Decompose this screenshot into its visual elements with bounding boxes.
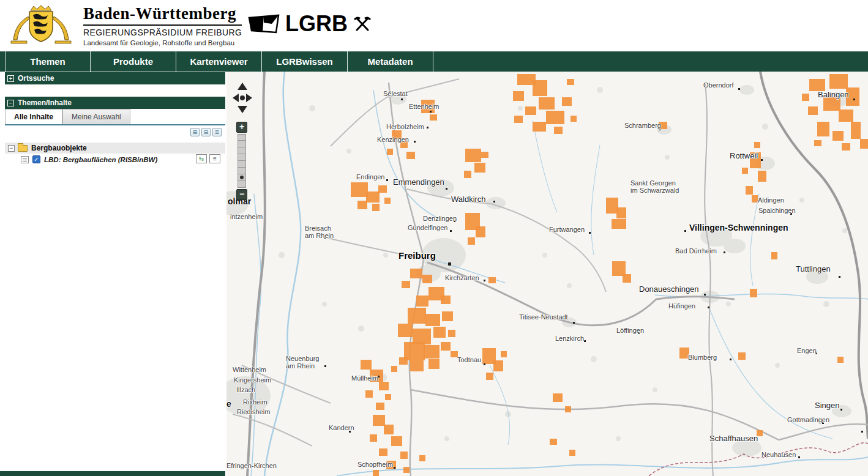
zoom-level-1[interactable]	[238, 141, 246, 147]
tree-tool-collapse-icon[interactable]: ⊟	[201, 128, 211, 136]
tab-accent-line	[5, 124, 225, 125]
map-labels-layer: SélestatEttenheimHerbolzheimKenzingenEnd…	[226, 72, 868, 476]
panel-label-themen-inhalte: Themen/Inhalte	[18, 99, 72, 107]
zoom-control: + −	[236, 122, 247, 200]
map-label: Furtwangen	[549, 226, 585, 233]
map-label: Hüfingen	[668, 302, 695, 310]
sidebar-bottom-bar	[0, 471, 225, 476]
lgrb-logo: LGRB	[247, 11, 372, 37]
map-label: Neuenburg am Rhein	[286, 355, 319, 370]
map-label: Endingen	[356, 173, 385, 180]
zoom-level-2[interactable]	[238, 147, 246, 154]
layer-legend-icon[interactable]: ≡	[209, 154, 220, 163]
lgrb-map-viewer-page: Baden-Württemberg REGIERUNGSPRÄSIDIUM FR…	[0, 0, 868, 476]
header: Baden-Württemberg REGIERUNGSPRÄSIDIUM FR…	[0, 0, 868, 51]
brand-block: Baden-Württemberg REGIERUNGSPRÄSIDIUM FR…	[83, 4, 242, 46]
map-label: Aldingen	[758, 196, 784, 204]
lgrb-map-sheet-icon	[247, 14, 280, 34]
layer-label[interactable]: LBD: Bergbauflächen (RISBinBW)	[44, 156, 157, 163]
tab-alle-inhalte[interactable]: Alle Inhalte	[5, 109, 62, 124]
zoom-out-button[interactable]: −	[236, 189, 247, 200]
map-label: Freiburg	[398, 251, 436, 261]
layer-symbol-icon	[21, 156, 29, 163]
map-label: Rottweil	[730, 152, 758, 160]
map-label: Bad Dürrheim	[675, 247, 717, 255]
map-label: Herbolzheim	[386, 123, 424, 130]
zoom-level-3[interactable]	[238, 154, 246, 161]
map-label: intzenheim	[230, 213, 263, 220]
map-label: Riedisheim	[237, 408, 270, 415]
map-label: Müllheim	[351, 374, 378, 382]
lgrb-abbr: LGRB	[285, 11, 348, 37]
map-label: Lenzkirch	[555, 335, 584, 342]
map-label: Kingersheim	[234, 376, 271, 384]
hammer-pick-icon	[353, 15, 372, 32]
map-label: Kandern	[329, 424, 354, 431]
panel-header-themen-inhalte[interactable]: − Themen/Inhalte	[5, 97, 225, 109]
nav-item-produkte[interactable]: Produkte	[91, 51, 176, 72]
zoom-level-6[interactable]	[238, 174, 246, 181]
nav-item-kartenviewer[interactable]: Kartenviewer	[176, 51, 262, 72]
collapse-minus-icon[interactable]: −	[7, 100, 14, 106]
map-label: Efringen-Kirchen	[226, 462, 277, 469]
map-label: Sankt Georgen im Schwarzwald	[630, 179, 679, 194]
map-label: Schramberg	[624, 122, 661, 129]
map-label: Ettenheim	[409, 103, 440, 110]
zoom-level-0[interactable]	[238, 134, 246, 141]
pan-arrows-icon	[231, 81, 253, 114]
layer-actions: ⇆≡	[196, 154, 220, 163]
tree-row-layer[interactable]: ✓ LBD: Bergbauflächen (RISBinBW)	[5, 154, 225, 165]
pan-control[interactable]	[231, 81, 253, 117]
map-label: Schaffhausen	[709, 434, 758, 443]
map-label: Balingen	[818, 91, 849, 99]
map-label: Illzach	[236, 386, 255, 393]
map-viewport[interactable]: SélestatEttenheimHerbolzheimKenzingenEnd…	[226, 72, 868, 476]
map-label: Donaueschingen	[639, 285, 699, 294]
tab-meine-auswahl[interactable]: Meine Auswahl	[62, 109, 130, 124]
layer-transparency-icon[interactable]: ⇆	[196, 154, 207, 163]
map-label: Denzlingen	[423, 215, 457, 222]
nav-item-lgrbwissen[interactable]: LGRBwissen	[262, 51, 348, 72]
map-label: Wittenheim	[233, 366, 266, 373]
bw-coat-of-arms-logo	[7, 3, 75, 50]
zoom-level-5[interactable]	[238, 168, 246, 174]
map-label: Löffingen	[616, 327, 644, 334]
main-nav: ThemenProdukteKartenviewerLGRBwissenMeta…	[0, 51, 868, 72]
nav-item-themen[interactable]: Themen	[5, 51, 91, 72]
map-label: Neuhausen	[761, 451, 796, 458]
map-label: Kirchzarten	[445, 274, 479, 281]
tree-tool-expand-icon[interactable]: ⊞	[190, 128, 200, 136]
zoom-in-button[interactable]: +	[236, 122, 247, 133]
map-label: Todtnau	[457, 356, 481, 363]
tree-row-folder[interactable]: − Bergbauobjekte	[5, 143, 225, 154]
map-label: Breisach am Rhein	[305, 225, 334, 239]
zoom-level-4[interactable]	[238, 161, 246, 168]
map-label: Oberndorf	[703, 81, 734, 89]
nav-item-metadaten[interactable]: Metadaten	[348, 51, 433, 72]
map-label: e	[226, 400, 231, 409]
map-label: Singen	[815, 401, 839, 410]
expand-plus-icon[interactable]: +	[7, 75, 14, 82]
panel-label-ortssuche: Ortssuche	[18, 74, 54, 83]
map-label: Engen	[797, 347, 817, 354]
sidebar: + Ortssuche − Themen/Inhalte Alle Inhalt…	[5, 72, 225, 471]
brand-title: Baden-Württemberg	[83, 4, 242, 23]
folder-label[interactable]: Bergbauobjekte	[31, 144, 87, 152]
brand-department: Landesamt für Geologie, Rohstoffe und Be…	[83, 39, 242, 46]
map-label: Villingen-Schwenningen	[689, 223, 788, 232]
map-label: Spaichingen	[758, 207, 796, 214]
map-label: Titisee-Neustadt	[519, 313, 568, 321]
tree-toolbar: ⊞⊟≣	[190, 128, 222, 136]
zoom-slider-track[interactable]	[238, 134, 246, 188]
layer-checkbox[interactable]: ✓	[32, 155, 40, 163]
map-label: Kenzingen	[377, 136, 409, 143]
brand-subtitle: REGIERUNGSPRÄSIDIUM FREIBURG	[83, 24, 242, 37]
tree-expand-icon[interactable]: −	[8, 145, 15, 152]
zoom-level-7[interactable]	[238, 181, 246, 188]
panel-header-ortssuche[interactable]: + Ortssuche	[5, 72, 225, 84]
folder-icon	[18, 145, 28, 152]
tree-tool-list-icon[interactable]: ≣	[212, 128, 222, 136]
map-label: Blumberg	[688, 354, 717, 361]
map-label: Tuttlingen	[796, 265, 831, 273]
map-label: Gundelfingen	[408, 224, 447, 231]
